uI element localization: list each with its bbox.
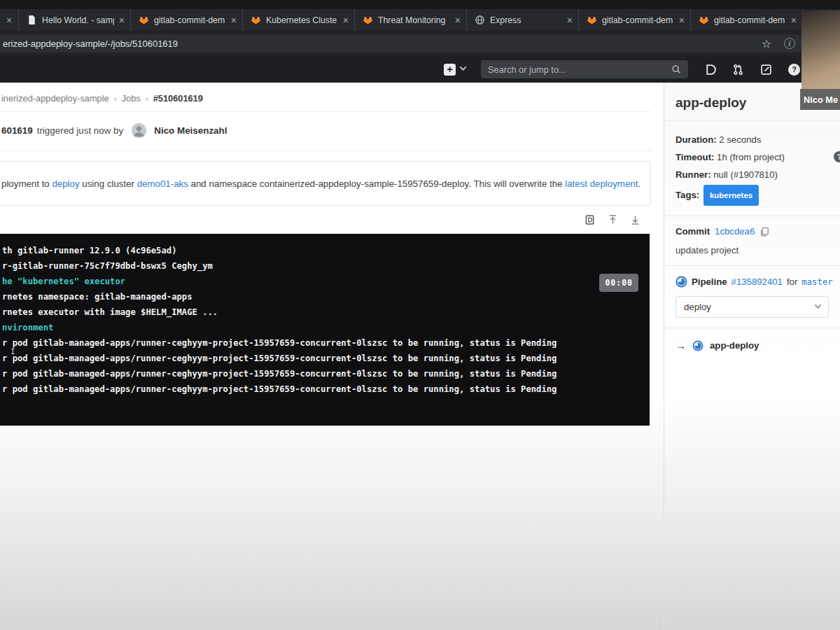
browser-tab[interactable]: gitlab-commit-dem × (131, 9, 243, 31)
search-icon (671, 64, 681, 74)
sidebar-job-item[interactable]: → app-deploy (676, 340, 829, 351)
browser-tab-bar: × Hello World. - samp × (0, 9, 840, 31)
pipeline-ref-link[interactable]: master (802, 277, 832, 287)
commit-row: Commit 1cbcdea6 (676, 226, 829, 237)
tab-strip: Hello World. - samp × gitlab-commit-dem (19, 9, 803, 31)
timeout-label: Timeout: (676, 152, 714, 162)
avatar[interactable] (132, 123, 146, 138)
environment-link[interactable]: deploy (52, 178, 79, 189)
deployment-notice: ployment to deploy using cluster demo01-… (0, 161, 651, 206)
address-bar: erized-appdeploy-sample/-/jobs/510601619… (0, 31, 840, 56)
tags-row: Tags: kubernetes (676, 185, 829, 206)
browser-tab[interactable]: gitlab-commit-dem × (691, 9, 803, 31)
divider (664, 216, 840, 216)
search-box[interactable] (481, 60, 688, 78)
browser-tab[interactable]: Hello World. - samp × (19, 9, 131, 31)
scroll-top-icon[interactable] (608, 214, 617, 225)
globe-icon (475, 15, 485, 25)
log-line: he "kubernetes" executor (2, 274, 650, 289)
timeout-row: Timeout: 1h (from project) ? (676, 148, 829, 166)
divider (664, 120, 840, 121)
log-line: r pod gitlab-managed-apps/runner-ceghyym… (2, 366, 650, 382)
browser-tab[interactable]: Express × (467, 9, 579, 31)
log-line: r pod gitlab-managed-apps/runner-ceghyym… (2, 382, 650, 397)
breadcrumb-separator: › (146, 94, 148, 104)
pipeline-label: Pipeline (692, 276, 727, 287)
copy-icon[interactable] (760, 227, 769, 237)
pipeline-status-icon (676, 276, 687, 288)
latest-deployment-link[interactable]: latest deployment (565, 178, 638, 189)
chevron-down-icon (460, 64, 467, 71)
bookmark-star-icon[interactable]: ☆ (762, 37, 771, 50)
document-icon (27, 15, 37, 25)
job-trigger-text: triggered just now by (37, 125, 124, 136)
log-lines: th gitlab-runner 12.9.0 (4c96e5ad) r-git… (2, 243, 650, 397)
close-icon[interactable]: × (791, 15, 797, 25)
new-menu[interactable]: + (444, 64, 465, 76)
browser-tab[interactable]: Threat Monitoring × (355, 9, 467, 31)
tab-title: Kubernetes Cluste (266, 15, 338, 25)
chevron-down-icon (815, 302, 822, 309)
breadcrumb-project[interactable]: inerized-appdeploy-sample (1, 93, 109, 104)
close-icon[interactable]: × (6, 15, 12, 25)
url-bar[interactable]: erized-appdeploy-sample/-/jobs/510601619… (0, 34, 805, 52)
commit-label: Commit (676, 226, 710, 237)
tab-title: gitlab-commit-dem (714, 15, 786, 25)
close-icon[interactable]: × (679, 15, 685, 25)
timeout-help-icon[interactable]: ? (834, 151, 840, 162)
runner-value: null (#1907810) (713, 169, 778, 180)
raw-log-icon[interactable] (584, 214, 595, 225)
log-line: nvironment (2, 320, 650, 335)
tab-title: Express (490, 15, 562, 25)
browser-tab[interactable]: gitlab-commit-dem × (579, 9, 691, 31)
notice-text: . (638, 178, 640, 189)
scroll-bottom-icon[interactable] (631, 214, 640, 225)
info-icon[interactable]: i (784, 38, 795, 49)
divider (664, 265, 840, 266)
divider (664, 328, 840, 328)
close-icon[interactable]: × (343, 15, 349, 25)
breadcrumb: inerized-appdeploy-sample › Jobs › #5106… (0, 83, 651, 112)
pipeline-for-text: for (787, 276, 797, 287)
timeout-value: 1h (from project) (717, 152, 785, 162)
os-menubar (0, 0, 840, 9)
tab-title: gitlab-commit-dem (602, 15, 674, 25)
duration-row: Duration: 2 seconds (676, 131, 829, 148)
search-input[interactable] (488, 64, 671, 75)
tab-title: Threat Monitoring (378, 15, 450, 25)
pipeline-id-link[interactable]: #135892401 (732, 276, 783, 287)
close-icon[interactable]: × (455, 15, 461, 25)
commit-sha-link[interactable]: 1cbcdea6 (715, 226, 755, 237)
help-icon: ? (788, 64, 800, 76)
trigger-user-name[interactable]: Nico Meisenzahl (154, 125, 227, 136)
cluster-link[interactable]: demo01-aks (137, 178, 188, 189)
close-icon[interactable]: × (119, 15, 125, 25)
job-header: 601619 triggered just now by Nico Meisen… (1, 123, 652, 151)
close-icon[interactable]: × (567, 15, 573, 25)
plus-icon: + (444, 64, 456, 76)
webcam-name-label: Nico Me (800, 89, 840, 110)
close-icon[interactable]: × (231, 15, 237, 25)
page-body: inerized-appdeploy-sample › Jobs › #5106… (0, 83, 840, 630)
edit-icon[interactable] (760, 64, 772, 76)
merge-requests-icon[interactable] (732, 64, 744, 76)
main-content: inerized-appdeploy-sample › Jobs › #5106… (0, 83, 664, 426)
stage-dropdown[interactable]: deploy (676, 296, 829, 318)
todos-icon[interactable] (704, 64, 716, 76)
log-line: r-gitlab-runner-75c7f79dbd-bswx5 Ceghy_y… (2, 258, 650, 274)
url-text: erized-appdeploy-sample/-/jobs/510601619 (3, 38, 178, 49)
browser-tab[interactable]: Kubernetes Cluste × (243, 9, 355, 31)
job-log[interactable]: th gitlab-runner 12.9.0 (4c96e5ad) r-git… (0, 234, 650, 426)
breadcrumb-separator: › (114, 94, 117, 104)
tab-title: Hello World. - samp (42, 15, 114, 25)
duration-value: 2 seconds (719, 134, 761, 145)
log-toolbar (0, 206, 650, 234)
log-line: r pod gitlab-managed-apps/runner-ceghyym… (2, 351, 650, 366)
job-timer-badge: 00:00 (599, 274, 638, 292)
job-id: 601619 (1, 125, 33, 136)
partial-browser-tab[interactable]: × (0, 9, 19, 31)
notice-text: using cluster (80, 178, 137, 189)
gitlab-icon (251, 15, 261, 25)
breadcrumb-jobs[interactable]: Jobs (122, 93, 141, 104)
gitlab-icon (363, 15, 373, 25)
